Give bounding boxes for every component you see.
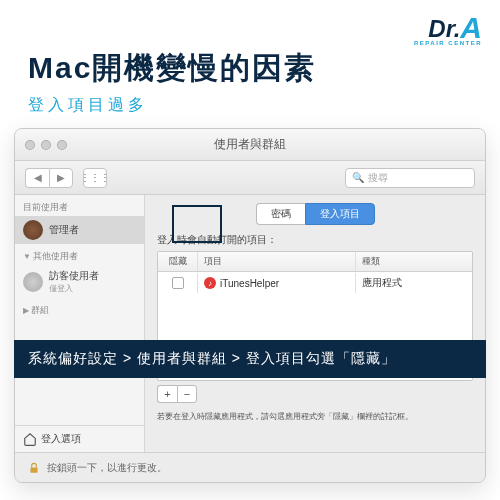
avatar-icon [23, 220, 43, 240]
forward-button[interactable]: ▶ [49, 168, 73, 188]
search-icon: 🔍 [352, 172, 364, 183]
sidebar-section-other: ▼其他使用者 [15, 244, 144, 265]
sidebar: 目前使用者 管理者 ▼其他使用者 訪客使用者僅登入 ▶群組 登入選項 [15, 195, 145, 452]
page-title: Mac開機變慢的因素 [28, 48, 500, 89]
tab-password[interactable]: 密碼 [256, 203, 305, 225]
page-subtitle: 登入項目過多 [28, 95, 500, 116]
window-title: 使用者與群組 [15, 136, 485, 153]
remove-button[interactable]: − [177, 385, 197, 403]
hide-checkbox[interactable] [172, 277, 184, 289]
tab-login-items[interactable]: 登入項目 [305, 203, 375, 225]
sidebar-item-guest[interactable]: 訪客使用者僅登入 [15, 265, 144, 298]
show-all-button[interactable]: ⋮⋮⋮ [83, 168, 107, 188]
preferences-window: 使用者與群組 ◀ ▶ ⋮⋮⋮ 🔍 搜尋 目前使用者 管理者 ▼其他使用者 訪客使… [14, 128, 486, 483]
column-item: 項目 [198, 252, 356, 271]
toolbar: ◀ ▶ ⋮⋮⋮ 🔍 搜尋 [15, 161, 485, 195]
sidebar-section-groups: ▶群組 [15, 298, 144, 319]
hint-text: 若要在登入時隱藏應用程式，請勾選應用程式旁「隱藏」欄裡的註記框。 [157, 411, 473, 422]
app-icon: ♪ [204, 277, 216, 289]
sidebar-item-admin[interactable]: 管理者 [15, 216, 144, 244]
back-button[interactable]: ◀ [25, 168, 49, 188]
add-button[interactable]: + [157, 385, 177, 403]
instruction-banner: 系統偏好設定 > 使用者與群組 > 登入項目勾選「隱藏」 [14, 340, 486, 378]
column-hide: 隱藏 [158, 252, 198, 271]
callout-highlight [172, 205, 222, 243]
window-titlebar: 使用者與群組 [15, 129, 485, 161]
column-kind: 種類 [356, 252, 472, 271]
login-options-button[interactable]: 登入選項 [15, 425, 144, 452]
lock-icon[interactable] [27, 461, 41, 475]
sidebar-section-current: 目前使用者 [15, 195, 144, 216]
svg-rect-0 [31, 467, 38, 472]
window-footer: 按鎖頭一下，以進行更改。 [15, 452, 485, 482]
avatar-icon [23, 272, 43, 292]
brand-logo: Dr.A [428, 10, 482, 44]
brand-subtitle: REPAIR CENTER [414, 40, 482, 46]
search-input[interactable]: 🔍 搜尋 [345, 168, 475, 188]
table-row[interactable]: ♪iTunesHelper 應用程式 [158, 272, 472, 294]
house-icon [23, 432, 37, 446]
